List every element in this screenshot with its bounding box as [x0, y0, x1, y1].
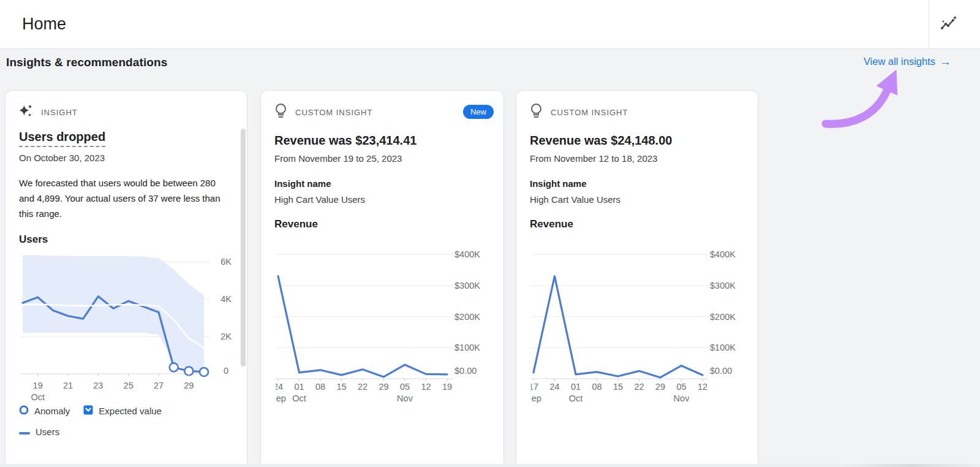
users-line-icon [19, 427, 30, 437]
svg-text:29: 29 [655, 382, 665, 392]
card-kicker-label: CUSTOM INSIGHT [295, 108, 372, 117]
svg-text:4K: 4K [221, 294, 232, 304]
svg-text:Sep: Sep [276, 393, 286, 403]
svg-text:Sep: Sep [531, 393, 541, 403]
lightbulb-icon [530, 103, 543, 121]
insight-card-users-dropped[interactable]: INSIGHT Users dropped On October 30, 202… [5, 90, 247, 467]
revenue-chart: $400K$300K$200K$100K$0.00172401081522290… [531, 235, 752, 406]
svg-text:2K: 2K [221, 332, 232, 341]
insight-name-label: Insight name [530, 178, 744, 189]
card-title: Revenue was $24,148.00 [530, 134, 744, 148]
new-badge: New [463, 105, 494, 119]
insights-button[interactable] [937, 14, 959, 36]
legend-users: Users [19, 427, 59, 437]
svg-text:$100K: $100K [454, 343, 480, 352]
svg-text:$300K: $300K [454, 281, 480, 290]
svg-text:$400K: $400K [710, 249, 736, 259]
svg-text:21: 21 [63, 381, 73, 390]
card-kicker-row: CUSTOM INSIGHT [274, 105, 490, 119]
chart-legend: Anomaly Expected value [19, 405, 233, 417]
chart-legend-users: Users [19, 427, 233, 437]
svg-text:$300K: $300K [710, 281, 736, 290]
svg-text:25: 25 [124, 381, 134, 390]
svg-text:08: 08 [592, 382, 601, 392]
svg-text:15: 15 [336, 382, 346, 392]
svg-text:$0.00: $0.00 [454, 366, 477, 376]
svg-text:15: 15 [613, 382, 623, 392]
card-title: Revenue was $23,414.41 [274, 134, 490, 148]
card-date-range: From November 12 to 18, 2023 [530, 153, 744, 164]
svg-text:24: 24 [549, 382, 559, 392]
svg-text:Oct: Oct [569, 393, 583, 403]
svg-text:01: 01 [571, 382, 581, 392]
svg-text:22: 22 [634, 382, 644, 392]
anomaly-circle-icon [19, 405, 29, 417]
revenue-chart: $400K$300K$200K$100K$0.00240108152229051… [276, 235, 496, 406]
insights-trend-icon [939, 15, 957, 36]
custom-insight-card-revenue-nov19-25[interactable]: CUSTOM INSIGHT New Revenue was $23,414.4… [260, 90, 504, 467]
svg-text:22: 22 [358, 382, 368, 392]
users-chart: 6K4K2K0192123252729Oct [20, 249, 244, 404]
svg-text:08: 08 [315, 382, 325, 392]
card-date-range: From November 19 to 25, 2023 [274, 153, 490, 164]
svg-text:12: 12 [421, 382, 431, 392]
svg-text:Nov: Nov [674, 393, 690, 403]
sparkle-icon [19, 104, 33, 121]
card-title[interactable]: Users dropped [19, 130, 233, 147]
svg-text:24: 24 [276, 382, 283, 392]
svg-text:0: 0 [224, 366, 228, 376]
svg-text:$400K: $400K [454, 249, 480, 259]
svg-text:$100K: $100K [710, 343, 736, 352]
custom-insight-card-revenue-nov12-18[interactable]: CUSTOM INSIGHT Revenue was $24,148.00 Fr… [516, 90, 758, 467]
right-arrow-icon: → [940, 56, 951, 67]
card-date: On October 30, 2023 [19, 153, 233, 163]
app-header: Home [0, 0, 980, 49]
page-title: Home [22, 0, 66, 48]
card-description: We forecasted that users would be betwee… [19, 175, 233, 221]
svg-text:Nov: Nov [397, 393, 413, 403]
svg-text:01: 01 [294, 382, 304, 392]
bottom-fold-strip [0, 464, 980, 467]
svg-text:29: 29 [379, 382, 388, 392]
insight-name-value: High Cart Value Users [274, 194, 490, 205]
expected-value-icon [83, 405, 93, 417]
svg-text:$0.00: $0.00 [710, 366, 732, 376]
analytics-home-page: Home Insights & recommendations View all… [0, 0, 980, 467]
svg-text:12: 12 [698, 382, 707, 392]
card-kicker-row: INSIGHT [19, 105, 233, 119]
lightbulb-icon [274, 103, 287, 121]
svg-text:05: 05 [676, 382, 686, 392]
header-divider [929, 0, 929, 48]
svg-text:27: 27 [154, 381, 164, 390]
svg-text:$200K: $200K [454, 312, 480, 322]
svg-text:17: 17 [531, 382, 538, 392]
svg-text:6K: 6K [221, 257, 232, 267]
chart-title: Users [19, 234, 233, 246]
svg-text:23: 23 [93, 381, 103, 390]
legend-expected-value: Expected value [83, 405, 162, 417]
insight-name-label: Insight name [274, 178, 490, 189]
insights-section-header: Insights & recommendations View all insi… [0, 49, 980, 76]
card-kicker-row: CUSTOM INSIGHT [530, 105, 744, 119]
section-title: Insights & recommendations [6, 56, 167, 69]
card-kicker-label: CUSTOM INSIGHT [551, 108, 628, 117]
svg-text:$200K: $200K [710, 312, 736, 322]
svg-text:29: 29 [184, 381, 194, 390]
svg-text:Oct: Oct [292, 393, 306, 403]
svg-text:Oct: Oct [31, 392, 45, 402]
insight-name-value: High Cart Value Users [530, 194, 744, 205]
svg-text:19: 19 [442, 382, 452, 392]
svg-text:19: 19 [33, 381, 43, 390]
chart-title: Revenue [530, 218, 744, 230]
view-all-insights-label: View all insights [864, 56, 935, 67]
card-kicker-label: INSIGHT [41, 108, 78, 117]
view-all-insights-link[interactable]: View all insights → [864, 56, 951, 67]
legend-anomaly: Anomaly [19, 405, 70, 417]
svg-text:05: 05 [400, 382, 410, 392]
card-scrollbar[interactable] [241, 129, 246, 366]
chart-title: Revenue [274, 218, 490, 230]
